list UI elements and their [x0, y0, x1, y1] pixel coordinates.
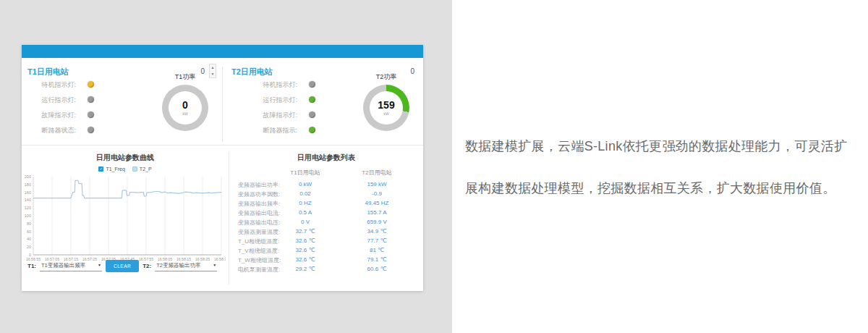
indicator-light-gray: [309, 81, 315, 88]
t2-select-label: T2:: [142, 263, 151, 269]
row-value-t2: 34.9 ℃: [344, 228, 410, 235]
indicator-label: 断路器指示:: [243, 126, 297, 135]
checkbox-unchecked-icon[interactable]: [132, 166, 137, 172]
legend-label: T2_P: [140, 166, 152, 172]
table-row: T_V相绕组温度:32.6 ℃81 ℃: [229, 246, 423, 256]
table-row: 变频器输出功率:0 kW159 kW: [229, 180, 423, 190]
left-gray-background: T1日用电站 0 ▲ ▼ 待机指示灯:运行指示灯:故障指示灯:断路器状态: T1…: [0, 0, 452, 333]
description-text: 数据建模扩展，云端S-Link依托更强劲的数据处理能力，可灵活扩 展构建数据处理…: [465, 138, 859, 222]
chevron-down-icon: ▼: [98, 263, 101, 267]
gauge-title-t2: T2功率: [361, 72, 412, 82]
y-axis-tick-label: 20: [27, 245, 31, 249]
chart-controls: T1: T1变频器输出频率 ▼ CLEAR T2: T2变频器输出功率 ▼: [27, 258, 224, 273]
indicator-row: 待机指示灯:: [243, 77, 344, 92]
chart-section: 日用电站参数曲线 ✓T1_FreqT2_P 16:56:5516:57:0516…: [22, 146, 229, 290]
y-axis-tick-label: 200: [25, 174, 31, 179]
table-row: 变频器输出电压:0 V659.9 V: [229, 218, 423, 227]
gauge-unit-t1: kW: [182, 111, 187, 116]
table-title: 日用电站参数列表: [229, 146, 423, 163]
indicator-label: 待机指示灯:: [22, 80, 76, 90]
t1-parameter-select[interactable]: T1变频器输出频率 ▼: [40, 261, 102, 271]
t2-parameter-select[interactable]: T2变频器输出功率 ▼: [155, 261, 217, 271]
spinner-down-icon[interactable]: ▼: [210, 71, 216, 77]
gauge-unit-t2: kW: [383, 111, 388, 116]
table-row: T_U相绕组温度:32.6 ℃77.7 ℃: [229, 237, 423, 246]
row-label: T_U相绕组温度:: [238, 237, 279, 245]
table-body: 变频器输出功率:0 kW159 kW变频器功率因数:0.02-0.9变频器输出频…: [229, 180, 423, 274]
indicator-label: 故障指示灯:: [22, 111, 76, 120]
t2-select-value: T2变频器输出功率: [156, 262, 200, 269]
indicator-light-gray: [88, 96, 94, 103]
indicator-label: 断路器状态:: [22, 126, 76, 135]
table-section: 日用电站参数列表 T1日用电站 T2日用电站 变频器输出功率:0 kW159 k…: [229, 146, 423, 290]
station-title-t1: T1日用电站: [27, 67, 69, 77]
indicator-light-green: [309, 96, 315, 103]
y-axis-tick-label: 120: [25, 206, 31, 210]
indicator-label: 故障指示灯:: [243, 111, 297, 120]
table-row: 电机泵测量温度:29.2 ℃60.6 ℃: [229, 265, 423, 274]
y-axis-tick-label: 100: [25, 214, 31, 218]
indicator-light-green: [309, 127, 315, 133]
gauge-title-t1: T1功率: [160, 72, 210, 82]
indicator-row: 运行指示灯:: [22, 92, 123, 107]
spinner-up-icon[interactable]: ▲: [210, 64, 216, 71]
row-value-t2: 81 ℃: [344, 247, 410, 253]
power-gauge-t2: T2功率 159 kW: [361, 72, 412, 131]
gauge-value-t1: 0: [182, 100, 188, 110]
row-value-t1: 0.5 A: [274, 209, 336, 216]
table-row: 变频器输出电流:0.5 A155.7 A: [229, 208, 423, 218]
bottom-section: 日用电站参数曲线 ✓T1_FreqT2_P 16:56:5516:57:0516…: [22, 145, 423, 290]
row-value-t2: 159 kW: [344, 181, 410, 187]
description-line-2: 展构建数据处理模型，挖掘数据相互关系，扩大数据使用价值。: [465, 180, 859, 197]
page: T1日用电站 0 ▲ ▼ 待机指示灯:运行指示灯:故障指示灯:断路器状态: T1…: [0, 0, 868, 333]
y-axis-tick-label: 40: [27, 237, 31, 241]
row-value-t1: 0.02: [274, 190, 336, 197]
column-header-t2: T2日用电站: [344, 169, 410, 177]
chart-legend: ✓T1_FreqT2_P: [22, 165, 229, 172]
row-value-t1: 32.6 ℃: [274, 247, 336, 253]
legend-label: T1_Freq: [106, 166, 124, 172]
row-value-t1: 32.6 ℃: [274, 256, 336, 263]
indicator-label: 待机指示灯:: [243, 80, 297, 90]
table-row: 变频器测量温度:32.7 ℃34.9 ℃: [229, 227, 423, 237]
station-title-t2: T2日用电站: [231, 67, 273, 77]
checkbox-checked-icon[interactable]: ✓: [98, 166, 103, 172]
table-header-row: T1日用电站 T2日用电站: [229, 169, 423, 180]
y-axis-tick-label: 0: [29, 253, 31, 257]
gauge-donut-t1: 0 kW: [162, 85, 208, 131]
row-value-t2: 77.7 ℃: [344, 237, 410, 244]
legend-item-T1_Freq[interactable]: ✓T1_Freq: [98, 165, 124, 172]
legend-item-T2_P[interactable]: T2_P: [132, 165, 152, 172]
gauge-value-t2: 159: [378, 100, 394, 110]
y-axis-tick-label: 80: [27, 222, 31, 226]
dashboard-card: T1日用电站 0 ▲ ▼ 待机指示灯:运行指示灯:故障指示灯:断路器状态: T1…: [22, 45, 423, 291]
indicator-row: 故障指示灯:: [243, 107, 344, 122]
indicator-light-yellow: [88, 81, 94, 88]
indicator-list-t1: 待机指示灯:运行指示灯:故障指示灯:断路器状态:: [22, 77, 123, 138]
indicator-row: 断路器指示:: [243, 122, 344, 138]
column-header-t1: T1日用电站: [274, 169, 336, 177]
row-value-t1: 0 kW: [274, 181, 336, 187]
indicator-light-gray: [88, 127, 94, 133]
row-value-t1: 32.7 ℃: [274, 228, 336, 235]
table-row: T_W相绕组温度:32.6 ℃79.1 ℃: [229, 256, 423, 265]
row-value-t2: 49.45 HZ: [344, 200, 410, 206]
indicator-row: 故障指示灯:: [22, 107, 123, 122]
chart-title: 日用电站参数曲线: [22, 146, 229, 163]
indicator-row: 运行指示灯:: [243, 92, 344, 107]
row-value-t1: 0 V: [274, 219, 336, 225]
indicator-row: 待机指示灯:: [22, 77, 123, 92]
y-axis-tick-label: 140: [25, 198, 31, 202]
y-axis-tick-label: 160: [25, 190, 31, 195]
indicator-light-gray: [309, 111, 315, 118]
clear-button[interactable]: CLEAR: [106, 260, 139, 272]
row-value-t1: 29.2 ℃: [274, 266, 336, 272]
indicator-label: 运行指示灯:: [243, 96, 297, 105]
line-chart: 16:56:5516:57:0516:57:1516:57:2516:57:35…: [22, 174, 226, 265]
t1-select-value: T1变频器输出频率: [41, 262, 85, 269]
indicator-light-gray: [88, 111, 94, 118]
indicator-row: 断路器状态:: [22, 122, 123, 138]
indicator-label: 运行指示灯:: [22, 96, 76, 105]
gauge-donut-t2: 159 kW: [363, 85, 409, 131]
chevron-down-icon: ▼: [213, 263, 216, 267]
